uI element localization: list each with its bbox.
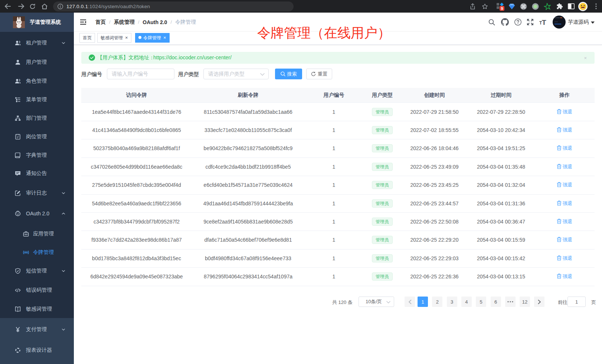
- svg-text:9: 9: [501, 7, 503, 11]
- svg-text:T: T: [542, 19, 546, 26]
